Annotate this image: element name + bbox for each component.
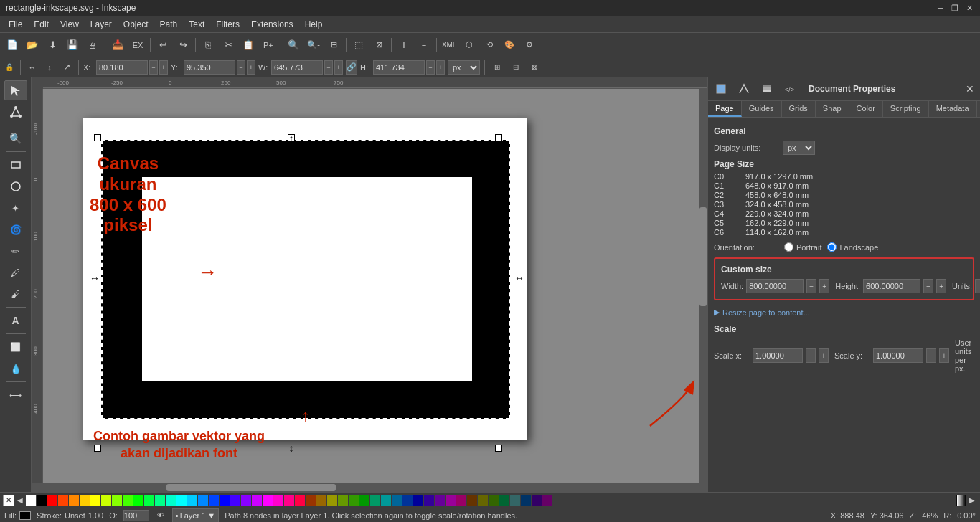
star-tool[interactable]: ✦ [4, 198, 27, 218]
h-minus[interactable]: − [426, 60, 435, 75]
units-select[interactable]: px mm cm in [448, 60, 480, 75]
palette-color-36[interactable] [489, 495, 499, 506]
w-minus[interactable]: − [324, 60, 333, 75]
export-button[interactable]: EX [128, 36, 147, 54]
open-button[interactable]: 📂 [23, 36, 42, 54]
zoom-out-button[interactable]: 🔍- [304, 36, 323, 54]
palette-color-yellow[interactable] [90, 495, 100, 506]
x-input[interactable] [96, 60, 148, 75]
custom-units-select[interactable]: px mm [975, 279, 980, 293]
scale-x-minus[interactable]: − [806, 348, 816, 363]
menu-view[interactable]: View [55, 18, 85, 31]
download-button[interactable]: ⬇ [43, 36, 62, 54]
doc-properties-button[interactable]: ⚙ [520, 36, 539, 54]
node-tool[interactable] [4, 102, 27, 122]
handle-tl[interactable] [94, 134, 101, 141]
close-button[interactable]: ✕ [964, 3, 974, 13]
tab-guides[interactable]: Guides [742, 101, 782, 117]
zoom-in-button[interactable]: 🔍 [284, 36, 303, 54]
grid-layout2[interactable]: ⊟ [508, 58, 524, 77]
w-input[interactable] [271, 60, 323, 75]
palette-color-white[interactable] [26, 495, 36, 506]
menu-extensions[interactable]: Extensions [245, 18, 299, 31]
h-scrollbar[interactable] [32, 483, 707, 492]
palette-color-green[interactable] [133, 495, 143, 506]
transform-type-btn3[interactable]: ↗ [60, 58, 74, 77]
minimize-button[interactable]: ─ [936, 3, 946, 13]
panel-icon-xml[interactable]: </> [780, 79, 800, 99]
scale-x-plus[interactable]: + [819, 348, 829, 363]
opacity-input[interactable] [123, 510, 149, 521]
palette-color-blue[interactable] [220, 495, 230, 506]
w-plus[interactable]: + [334, 60, 343, 75]
tab-page[interactable]: Page [708, 101, 742, 117]
palette-color-10[interactable] [187, 495, 197, 506]
height-input[interactable] [863, 279, 920, 293]
text-tool[interactable]: A [4, 310, 27, 331]
menu-text[interactable]: Text [183, 18, 210, 31]
zoom-tool[interactable]: 🔍 [4, 128, 27, 148]
scale-y-plus[interactable]: + [939, 348, 949, 363]
connector-tool[interactable]: ⟷ [4, 385, 27, 405]
menu-help[interactable]: Help [299, 18, 329, 31]
landscape-radio[interactable] [827, 242, 837, 252]
palette-color-23[interactable] [349, 495, 359, 506]
fill-stroke-button[interactable]: 🎨 [500, 36, 519, 54]
undo-button[interactable]: ↩ [154, 36, 172, 54]
palette-color-31[interactable] [435, 495, 445, 506]
tab-license[interactable]: License [977, 101, 980, 117]
circle-tool[interactable] [4, 176, 27, 196]
restore-button[interactable]: ❐ [950, 3, 960, 13]
v-scrollbar[interactable] [699, 89, 707, 483]
select-tool[interactable] [4, 80, 27, 100]
palette-color-8[interactable] [155, 495, 165, 506]
resize-page-link[interactable]: ▶ Resize page to content... [714, 306, 974, 318]
pencil-tool[interactable]: ✏ [4, 241, 27, 261]
handle-l[interactable]: ↔ [90, 272, 100, 284]
palette-color-13[interactable] [230, 495, 240, 506]
tab-snap[interactable]: Snap [816, 101, 849, 117]
paste-special-button[interactable]: P+ [259, 36, 278, 54]
palette-color-2[interactable] [69, 495, 79, 506]
print-button[interactable]: 🖨 [83, 36, 102, 54]
palette-color-14[interactable] [241, 495, 251, 506]
fill-swatch[interactable] [19, 511, 31, 520]
xml-editor-button[interactable]: XML [440, 36, 458, 54]
palette-color-4[interactable] [101, 495, 111, 506]
grid-layout1[interactable]: ⊞ [489, 58, 505, 77]
h-input[interactable] [373, 60, 425, 75]
pen-tool[interactable]: 🖊 [4, 262, 27, 283]
palette-color-red[interactable] [47, 495, 57, 506]
paste-button[interactable]: 📋 [239, 36, 258, 54]
palette-color-16[interactable] [273, 495, 283, 506]
aspect-lock[interactable]: 🔗 [346, 60, 357, 75]
opacity-icon[interactable]: 👁 [155, 510, 166, 521]
handle-top[interactable]: ↕ [288, 134, 295, 141]
palette-color-6[interactable] [123, 495, 133, 506]
x-plus[interactable]: + [159, 60, 168, 75]
new-button[interactable]: 📄 [3, 36, 22, 54]
palette-color-38[interactable] [510, 495, 520, 506]
spiral-tool[interactable]: 🌀 [4, 219, 27, 239]
palette-left-arrow[interactable]: ◀ [15, 495, 25, 506]
panel-icon-stroke[interactable] [734, 79, 754, 99]
y-minus[interactable]: − [237, 60, 245, 75]
palette-color-15[interactable] [252, 495, 262, 506]
palette-color-magenta[interactable] [263, 495, 273, 506]
handle-br[interactable] [495, 445, 502, 452]
panel-close-button[interactable]: ✕ [963, 80, 977, 98]
palette-color-34[interactable] [467, 495, 477, 506]
display-units-select[interactable]: px mm cm [783, 141, 815, 155]
tab-color[interactable]: Color [849, 101, 883, 117]
layer-button[interactable]: • Layer 1 ▼ [172, 508, 219, 523]
copy-button[interactable]: ⎘ [199, 36, 217, 54]
menu-edit[interactable]: Edit [28, 18, 55, 31]
palette-color-24[interactable] [359, 495, 369, 506]
menu-path[interactable]: Path [154, 18, 184, 31]
palette-color-39[interactable] [521, 495, 531, 506]
x-minus[interactable]: − [149, 60, 158, 75]
menu-layer[interactable]: Layer [85, 18, 118, 31]
palette-color-18[interactable] [295, 495, 305, 506]
palette-color-30[interactable] [424, 495, 434, 506]
import-button[interactable]: 📥 [108, 36, 127, 54]
